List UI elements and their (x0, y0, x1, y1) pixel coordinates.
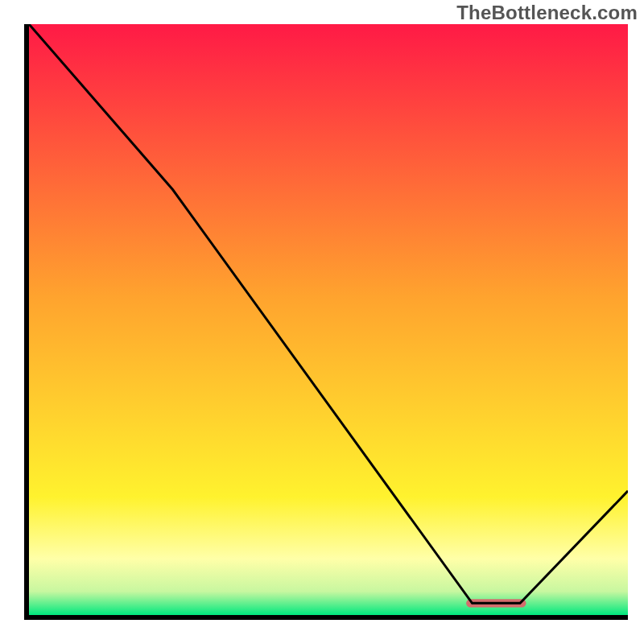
chart-svg (29, 24, 628, 615)
chart-frame: TheBottleneck.com (0, 0, 644, 644)
plot-area (29, 24, 628, 615)
gradient-background (29, 24, 628, 615)
watermark-label: TheBottleneck.com (456, 2, 638, 24)
